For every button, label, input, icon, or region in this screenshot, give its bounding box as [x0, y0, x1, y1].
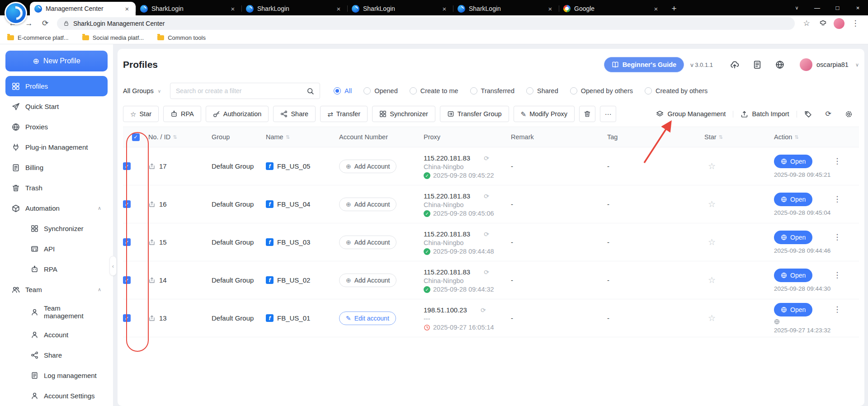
beginners-guide-button[interactable]: Beginner's Guide: [604, 57, 684, 72]
sidebar-item-synchronizer[interactable]: Synchronizer: [5, 218, 108, 239]
rpa-button[interactable]: RPA: [163, 106, 201, 122]
add-account-button[interactable]: ⊕Add Account: [339, 236, 396, 249]
col-no-id[interactable]: No. / ID⇅: [148, 133, 212, 141]
sidebar-item-team-management[interactable]: Team management: [5, 300, 108, 325]
tag-button[interactable]: [798, 106, 818, 122]
open-profile-button[interactable]: Open: [774, 231, 812, 244]
group-filter-select[interactable]: All Groups ∨: [123, 87, 170, 94]
form-document-icon[interactable]: [753, 60, 762, 69]
search-input[interactable]: [176, 87, 303, 94]
tab-close-icon[interactable]: ×: [652, 5, 660, 13]
modify-proxy-button[interactable]: ✎Modify Proxy: [514, 106, 575, 122]
tab-close-icon[interactable]: ×: [546, 5, 554, 13]
col-star[interactable]: Star⇅: [704, 133, 774, 141]
row-checkbox[interactable]: ✓: [123, 314, 131, 322]
bookmark-folder-ecommerce[interactable]: E-commerce platf...: [7, 34, 69, 41]
add-account-button[interactable]: ⊕Add Account: [339, 274, 396, 287]
new-tab-button[interactable]: +: [667, 2, 681, 15]
window-menu-chevron-icon[interactable]: ∨: [787, 0, 807, 15]
radio-create-to-me[interactable]: Create to me: [410, 87, 458, 94]
recheck-proxy-icon[interactable]: ⟳: [484, 231, 489, 238]
row-menu-icon[interactable]: ⋮: [833, 232, 841, 242]
sidebar-item-proxies[interactable]: Proxies: [5, 117, 108, 137]
radio-all[interactable]: All: [334, 87, 352, 94]
sidebar-item-share[interactable]: Share: [5, 345, 108, 365]
recheck-proxy-icon[interactable]: ⟳: [484, 269, 489, 276]
tab-close-icon[interactable]: ×: [440, 5, 448, 13]
table-settings-button[interactable]: [839, 106, 859, 122]
star-button[interactable]: ☆Star: [123, 106, 159, 122]
star-toggle-icon[interactable]: ☆: [708, 237, 716, 247]
tab-management-center[interactable]: Management Center ×: [30, 2, 136, 15]
radio-created-by-others[interactable]: Created by others: [645, 87, 708, 94]
cloud-upload-icon[interactable]: [730, 60, 739, 69]
sidebar-group-automation[interactable]: Automation ∧: [5, 198, 108, 218]
delete-button[interactable]: [579, 106, 595, 122]
sidebar-item-account[interactable]: Account: [5, 325, 108, 345]
sidebar-item-log-management[interactable]: Log management: [5, 365, 108, 386]
share-button[interactable]: Share: [273, 106, 316, 122]
sidebar-item-rpa[interactable]: RPA: [5, 259, 108, 279]
extensions-puzzle-icon[interactable]: [816, 17, 830, 30]
sidebar-item-plugin-management[interactable]: Plug-in Management: [5, 137, 108, 157]
tab-close-icon[interactable]: ×: [335, 5, 343, 13]
synchronizer-button[interactable]: Synch​ronizer: [372, 106, 435, 122]
group-management-button[interactable]: Group Management: [650, 106, 732, 122]
col-action[interactable]: Action⇅: [774, 133, 859, 141]
sidebar-item-trash[interactable]: Trash: [5, 178, 108, 198]
bookmark-star-icon[interactable]: ☆: [799, 17, 814, 30]
window-minimize-button[interactable]: —: [807, 0, 827, 15]
tab-sharklogin-1[interactable]: SharkLogin ×: [136, 2, 241, 15]
open-profile-button[interactable]: Open: [774, 303, 812, 316]
row-menu-icon[interactable]: ⋮: [833, 194, 841, 204]
row-menu-icon[interactable]: ⋮: [833, 305, 841, 314]
browser-menu-icon[interactable]: ⋮: [848, 17, 863, 30]
window-maximize-button[interactable]: □: [827, 0, 848, 15]
open-profile-button[interactable]: Open: [774, 155, 812, 168]
recheck-proxy-icon[interactable]: ⟳: [481, 307, 486, 314]
radio-shared[interactable]: Shared: [526, 87, 558, 94]
authorization-button[interactable]: Authorization: [206, 106, 269, 122]
radio-opened-by-others[interactable]: Opened by others: [570, 87, 633, 94]
bookmark-folder-common-tools[interactable]: Common tools: [157, 34, 206, 41]
row-checkbox[interactable]: ✓: [123, 162, 131, 170]
browser-profile-avatar[interactable]: [834, 18, 844, 29]
recheck-proxy-icon[interactable]: ⟳: [484, 193, 489, 200]
star-toggle-icon[interactable]: ☆: [708, 161, 716, 171]
add-account-button[interactable]: ⊕Add Account: [339, 160, 396, 173]
sidebar-item-billing[interactable]: Billing: [5, 157, 108, 178]
select-all-checkbox[interactable]: ✓: [132, 133, 140, 141]
account-menu[interactable]: oscarpia81 ∨: [800, 58, 859, 71]
transfer-button[interactable]: ⇄Transfer: [320, 106, 368, 122]
radio-opened[interactable]: Opened: [363, 87, 398, 94]
tab-google[interactable]: Google ×: [559, 2, 665, 15]
sidebar-item-quick-start[interactable]: Quick Start: [5, 96, 108, 117]
batch-import-button[interactable]: Batch Import: [734, 106, 795, 122]
row-checkbox[interactable]: ✓: [123, 200, 131, 208]
new-profile-button[interactable]: ⊕ New Profile: [5, 51, 108, 71]
search-icon[interactable]: [307, 87, 314, 95]
reload-icon[interactable]: ⟳: [38, 17, 52, 30]
tab-close-icon[interactable]: ×: [229, 5, 237, 13]
star-toggle-icon[interactable]: ☆: [708, 199, 716, 209]
open-profile-button[interactable]: Open: [774, 269, 812, 282]
sidebar-item-profiles[interactable]: Profiles: [5, 76, 108, 96]
bookmark-folder-social[interactable]: Social media platf...: [82, 34, 144, 41]
recheck-proxy-icon[interactable]: ⟳: [484, 155, 489, 162]
star-toggle-icon[interactable]: ☆: [708, 313, 716, 323]
tab-sharklogin-3[interactable]: SharkLogin ×: [347, 2, 453, 15]
transfer-group-button[interactable]: Transfer Group: [440, 106, 509, 122]
more-actions-button[interactable]: ⋯: [600, 106, 616, 122]
sidebar-collapse-handle[interactable]: ‹: [109, 256, 117, 276]
language-globe-icon[interactable]: [775, 60, 784, 69]
radio-transferred[interactable]: Transferred: [470, 87, 514, 94]
row-menu-icon[interactable]: ⋮: [833, 156, 841, 166]
add-account-button[interactable]: ⊕Add Account: [339, 198, 396, 211]
tab-sharklogin-4[interactable]: SharkLogin ×: [453, 2, 559, 15]
row-checkbox[interactable]: ✓: [123, 276, 131, 284]
sidebar-item-api[interactable]: API: [5, 239, 108, 259]
star-toggle-icon[interactable]: ☆: [708, 275, 716, 285]
address-bar[interactable]: SharkLogin Management Center: [57, 17, 795, 30]
sidebar-group-team[interactable]: Team ∧: [5, 279, 108, 300]
edit-account-button[interactable]: ✎Edit account: [339, 312, 396, 325]
